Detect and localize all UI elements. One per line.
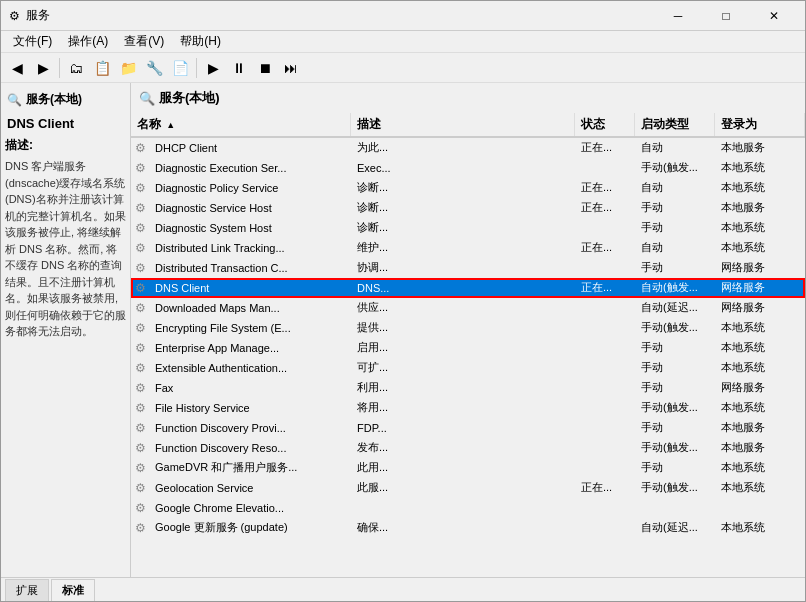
row-login: 本地系统 (715, 178, 805, 197)
row-status (575, 386, 635, 390)
table-row[interactable]: ⚙ Distributed Link Tracking... 维护... 正在.… (131, 238, 805, 258)
desc-label: 描述: (5, 137, 126, 154)
col-header-name[interactable]: 名称 ▲ (131, 113, 351, 136)
row-startup: 手动(触发... (635, 478, 715, 497)
toolbar-btn-4[interactable]: 🔧 (142, 56, 166, 80)
window-title: 服务 (26, 7, 50, 24)
row-desc: 诊断... (351, 198, 575, 217)
row-name: DNS Client (149, 280, 351, 296)
row-desc: 诊断... (351, 218, 575, 237)
table-row[interactable]: ⚙ Encrypting File System (E... 提供... 手动(… (131, 318, 805, 338)
col-header-startup[interactable]: 启动类型 (635, 113, 715, 136)
row-status: 正在... (575, 138, 635, 157)
row-icon: ⚙ (131, 521, 149, 535)
row-icon: ⚙ (131, 161, 149, 175)
col-header-status[interactable]: 状态 (575, 113, 635, 136)
row-login: 本地系统 (715, 318, 805, 337)
row-startup: 手动(触发... (635, 398, 715, 417)
row-status: 正在... (575, 198, 635, 217)
table-row[interactable]: ⚙ Distributed Transaction C... 协调... 手动 … (131, 258, 805, 278)
toolbar-btn-5[interactable]: 📄 (168, 56, 192, 80)
toolbar-btn-3[interactable]: 📁 (116, 56, 140, 80)
col-header-login[interactable]: 登录为 (715, 113, 805, 136)
row-status: 正在... (575, 178, 635, 197)
title-bar: ⚙ 服务 ─ □ ✕ (1, 1, 805, 31)
row-desc: 此服... (351, 478, 575, 497)
row-status (575, 226, 635, 230)
col-header-desc[interactable]: 描述 (351, 113, 575, 136)
table-row[interactable]: ⚙ Google Chrome Elevatio... (131, 498, 805, 518)
row-name: Google 更新服务 (gupdate) (149, 518, 351, 537)
service-gear-icon: ⚙ (135, 181, 146, 195)
toolbar-btn-1[interactable]: 🗂 (64, 56, 88, 80)
row-startup: 自动(触发... (635, 278, 715, 297)
row-startup: 手动 (635, 258, 715, 277)
row-name: GameDVR 和广播用户服务... (149, 458, 351, 477)
row-status (575, 366, 635, 370)
menu-action[interactable]: 操作(A) (60, 31, 116, 52)
stop-button[interactable]: ⏹ (253, 56, 277, 80)
service-gear-icon: ⚙ (135, 241, 146, 255)
service-gear-icon: ⚙ (135, 461, 146, 475)
tab-expand[interactable]: 扩展 (5, 579, 49, 601)
right-panel-icon: 🔍 (139, 91, 155, 106)
table-row[interactable]: ⚙ Function Discovery Provi... FDP... 手动 … (131, 418, 805, 438)
service-gear-icon: ⚙ (135, 161, 146, 175)
service-gear-icon: ⚙ (135, 281, 146, 295)
table-row[interactable]: ⚙ Diagnostic Execution Ser... Exec... 手动… (131, 158, 805, 178)
right-panel: 🔍 服务(本地) 名称 ▲ 描述 状态 启动 (131, 83, 805, 577)
table-row[interactable]: ⚙ Diagnostic Service Host 诊断... 正在... 手动… (131, 198, 805, 218)
toolbar-btn-2[interactable]: 📋 (90, 56, 114, 80)
row-icon: ⚙ (131, 241, 149, 255)
table-row[interactable]: ⚙ GameDVR 和广播用户服务... 此用... 手动 本地系统 (131, 458, 805, 478)
row-icon: ⚙ (131, 201, 149, 215)
table-row[interactable]: ⚙ Diagnostic Policy Service 诊断... 正在... … (131, 178, 805, 198)
forward-button[interactable]: ▶ (31, 56, 55, 80)
row-login: 本地系统 (715, 478, 805, 497)
row-icon: ⚙ (131, 421, 149, 435)
restart-button[interactable]: ⏭ (279, 56, 303, 80)
table-row[interactable]: ⚙ Geolocation Service 此服... 正在... 手动(触发.… (131, 478, 805, 498)
minimize-button[interactable]: ─ (655, 4, 701, 28)
pause-button[interactable]: ⏸ (227, 56, 251, 80)
back-button[interactable]: ◀ (5, 56, 29, 80)
row-desc: 诊断... (351, 178, 575, 197)
toolbar-separator-1 (59, 58, 60, 78)
row-status (575, 266, 635, 270)
table-row[interactable]: ⚙ File History Service 将用... 手动(触发... 本地… (131, 398, 805, 418)
service-gear-icon: ⚙ (135, 201, 146, 215)
close-button[interactable]: ✕ (751, 4, 797, 28)
service-gear-icon: ⚙ (135, 441, 146, 455)
row-startup: 手动 (635, 418, 715, 437)
row-name: Encrypting File System (E... (149, 320, 351, 336)
table-row[interactable]: ⚙ DHCP Client 为此... 正在... 自动 本地服务 (131, 138, 805, 158)
table-row[interactable]: ⚙ Extensible Authentication... 可扩... 手动 … (131, 358, 805, 378)
row-startup: 自动(延迟... (635, 518, 715, 537)
toolbar-separator-2 (196, 58, 197, 78)
menu-view[interactable]: 查看(V) (116, 31, 172, 52)
table-row[interactable]: ⚙ Diagnostic System Host 诊断... 手动 本地系统 (131, 218, 805, 238)
services-table[interactable]: 名称 ▲ 描述 状态 启动类型 登录为 (131, 113, 805, 577)
service-gear-icon: ⚙ (135, 221, 146, 235)
table-row[interactable]: ⚙ Downloaded Maps Man... 供应... 自动(延迟... … (131, 298, 805, 318)
table-row[interactable]: ⚙ DNS Client DNS... 正在... 自动(触发... 网络服务 (131, 278, 805, 298)
row-startup: 自动 (635, 238, 715, 257)
row-desc: 启用... (351, 338, 575, 357)
row-status (575, 506, 635, 510)
menu-help[interactable]: 帮助(H) (172, 31, 229, 52)
row-login: 本地服务 (715, 198, 805, 217)
row-name: Downloaded Maps Man... (149, 300, 351, 316)
table-row[interactable]: ⚙ Google 更新服务 (gupdate) 确保... 自动(延迟... 本… (131, 518, 805, 538)
row-desc: 为此... (351, 138, 575, 157)
row-name: Diagnostic Policy Service (149, 180, 351, 196)
play-button[interactable]: ▶ (201, 56, 225, 80)
row-login: 网络服务 (715, 258, 805, 277)
tab-standard[interactable]: 标准 (51, 579, 95, 601)
table-row[interactable]: ⚙ Function Discovery Reso... 发布... 手动(触发… (131, 438, 805, 458)
table-row[interactable]: ⚙ Enterprise App Manage... 启用... 手动 本地系统 (131, 338, 805, 358)
menu-file[interactable]: 文件(F) (5, 31, 60, 52)
row-status (575, 446, 635, 450)
maximize-button[interactable]: □ (703, 4, 749, 28)
table-row[interactable]: ⚙ Fax 利用... 手动 网络服务 (131, 378, 805, 398)
service-gear-icon: ⚙ (135, 321, 146, 335)
